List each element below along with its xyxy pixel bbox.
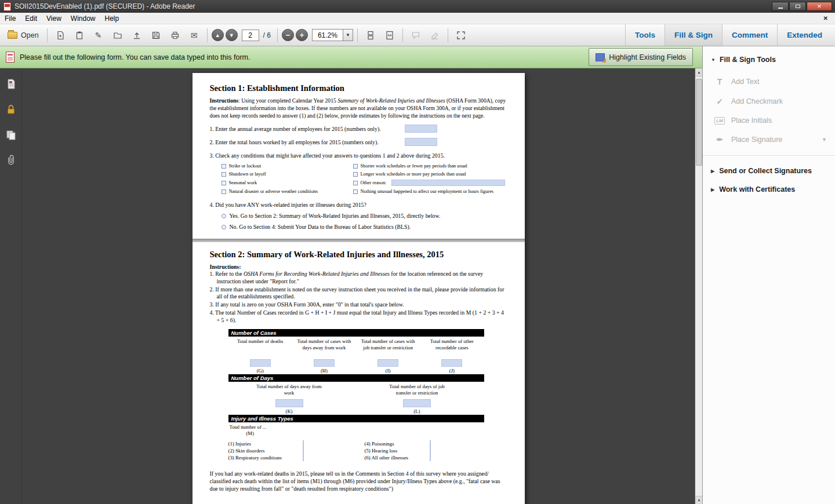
- menu-view[interactable]: View: [42, 13, 66, 24]
- minimize-button[interactable]: [772, 2, 789, 11]
- next-page-button[interactable]: ▼: [226, 29, 238, 41]
- security-lock-icon[interactable]: [5, 103, 17, 116]
- other-reason-field[interactable]: [391, 180, 505, 186]
- previous-page-button[interactable]: ▲: [212, 29, 224, 41]
- fill-sign-tools-header[interactable]: ▼ Fill & Sign Tools: [703, 46, 835, 72]
- menu-help[interactable]: Help: [100, 13, 124, 24]
- pdf-page: Section 1: Establishment Information Ins…: [193, 73, 525, 504]
- injuries-field-M1[interactable]: [303, 440, 304, 447]
- type-label-all-other: (6) All other illnesses: [365, 455, 430, 461]
- highlight-existing-fields-button[interactable]: Highlight Existing Fields: [589, 48, 693, 66]
- checkbox-label: Shutdown or layoff: [229, 171, 266, 177]
- tab-tools[interactable]: Tools: [625, 24, 665, 46]
- respiratory-field-M3[interactable]: [303, 454, 304, 461]
- send-collect-signatures-section[interactable]: ▶ Send or Collect Signatures: [703, 162, 835, 180]
- days-away-field-K[interactable]: [275, 399, 303, 407]
- vertical-scrollbar[interactable]: ▲ ▼: [695, 68, 702, 504]
- window-title: SOII2015DevEnabled (1).pdf (SECURED) - A…: [14, 2, 195, 10]
- tab-comment[interactable]: Comment: [722, 24, 777, 46]
- conditions-checkbox-grid: Strike or lockout Shorter work schedules…: [222, 163, 509, 194]
- maximize-button[interactable]: [789, 2, 806, 11]
- email-button[interactable]: ✉: [186, 27, 203, 43]
- add-checkmark-tool[interactable]: ✓ Add Checkmark: [703, 92, 835, 111]
- days-away-cases-field-H[interactable]: [314, 359, 335, 367]
- section2-instruction-3: 3. If any total is zero on your OSHA For…: [210, 301, 509, 309]
- column-header-I: Total number of cases with job transfer …: [356, 338, 420, 359]
- other-cases-field-J[interactable]: [441, 359, 462, 367]
- shorter-schedules-checkbox[interactable]: [353, 164, 358, 169]
- type-label-injuries: (1) Injuries: [228, 441, 303, 447]
- signature-dropdown-icon[interactable]: ▼: [822, 137, 827, 143]
- zoom-dropdown-icon[interactable]: ▼: [343, 30, 353, 41]
- upload-button[interactable]: [128, 27, 146, 43]
- copy-text-button[interactable]: [71, 27, 88, 43]
- maximize-icon: [796, 5, 800, 8]
- sign-button[interactable]: ✎: [90, 27, 107, 43]
- deaths-field-G[interactable]: [250, 359, 271, 367]
- share-file-button[interactable]: [109, 27, 126, 43]
- tab-fill-sign[interactable]: Fill & Sign: [665, 24, 722, 46]
- menu-window[interactable]: Window: [66, 13, 100, 24]
- section2-instruction-1: 1. Refer to the OSHA Forms for Recording…: [210, 271, 509, 285]
- scrollbar-thumb[interactable]: [696, 79, 702, 166]
- field-cell: [350, 397, 484, 407]
- menu-file[interactable]: File: [0, 13, 20, 24]
- other-reason-checkbox[interactable]: [353, 181, 358, 185]
- sticky-note-button-disabled: [407, 27, 424, 43]
- days-transfer-field-L[interactable]: [403, 399, 431, 407]
- print-icon: [170, 31, 180, 40]
- poisonings-field-M4[interactable]: [430, 440, 431, 447]
- hearing-loss-field-M5[interactable]: [430, 447, 431, 454]
- instructions-word: Instructions: [210, 97, 239, 104]
- letter-G: (G): [228, 368, 292, 374]
- add-text-tool[interactable]: T Add Text: [703, 72, 835, 92]
- tab-extended[interactable]: Extended: [777, 24, 832, 46]
- yes-radio-button[interactable]: [222, 214, 226, 218]
- fullscreen-button[interactable]: [452, 27, 470, 43]
- export-pdf-button[interactable]: [52, 27, 69, 43]
- form-document-icon: [6, 52, 14, 63]
- place-initials-tool[interactable]: LM Place Initials: [703, 111, 835, 130]
- strike-checkbox[interactable]: [222, 164, 226, 169]
- hours-worked-field[interactable]: [405, 138, 437, 146]
- no-radio-button[interactable]: [222, 225, 226, 229]
- toolbar: Open ✎ ✉ ▲ ▼ 2 / 6 −: [0, 24, 835, 46]
- close-button[interactable]: ✕: [807, 2, 832, 11]
- nothing-unusual-checkbox[interactable]: [353, 189, 358, 194]
- zoom-in-icon: +: [300, 31, 304, 39]
- attachments-paperclip-icon[interactable]: [5, 154, 17, 167]
- menu-edit[interactable]: Edit: [20, 13, 42, 24]
- column-header-J: Total number of other recordable cases: [420, 338, 484, 359]
- zoom-in-button[interactable]: +: [296, 29, 308, 41]
- checkbox-label: Strike or lockout: [229, 163, 262, 169]
- section1-title: Section 1: Establishment Information: [210, 83, 509, 93]
- checkbox-row: Longer work schedules or more pay period…: [353, 171, 509, 177]
- place-signature-label: Place Signature: [731, 136, 782, 144]
- skin-disorders-field-M2[interactable]: [303, 447, 304, 454]
- place-signature-tool[interactable]: ✒ Place Signature ▼: [703, 130, 835, 149]
- print-button[interactable]: [166, 27, 184, 43]
- bookmarks-pages-icon[interactable]: [5, 129, 17, 141]
- fit-page-button[interactable]: [381, 27, 398, 43]
- checkbox-row: Other reason:: [353, 180, 509, 186]
- zoom-out-button[interactable]: −: [282, 29, 294, 41]
- zoom-level-select[interactable]: 61.2% ▼: [312, 29, 353, 41]
- save-button[interactable]: [147, 27, 165, 43]
- seasonal-work-checkbox[interactable]: [222, 181, 226, 185]
- open-button[interactable]: Open: [3, 27, 43, 43]
- page-number-input[interactable]: 2: [242, 30, 259, 41]
- scrolling-mode-button[interactable]: [362, 27, 379, 43]
- longer-schedules-checkbox[interactable]: [353, 172, 358, 177]
- fill-sign-tools-label: Fill & Sign Tools: [720, 56, 776, 64]
- transfer-cases-field-I[interactable]: [377, 359, 398, 367]
- checkbox-label: Other reason:: [361, 180, 387, 185]
- work-with-certificates-section[interactable]: ▶ Work with Certificates: [703, 180, 835, 199]
- document-area: Section 1: Establishment Information Ins…: [0, 68, 702, 504]
- page-thumbnails-icon[interactable]: [5, 78, 17, 90]
- natural-disaster-checkbox[interactable]: [222, 189, 226, 194]
- all-other-field-M6[interactable]: [430, 454, 431, 461]
- menubar-close-icon[interactable]: ✕: [823, 15, 828, 21]
- employees-field[interactable]: [405, 125, 437, 133]
- letter-M: (M): [228, 430, 484, 436]
- shutdown-checkbox[interactable]: [222, 172, 226, 177]
